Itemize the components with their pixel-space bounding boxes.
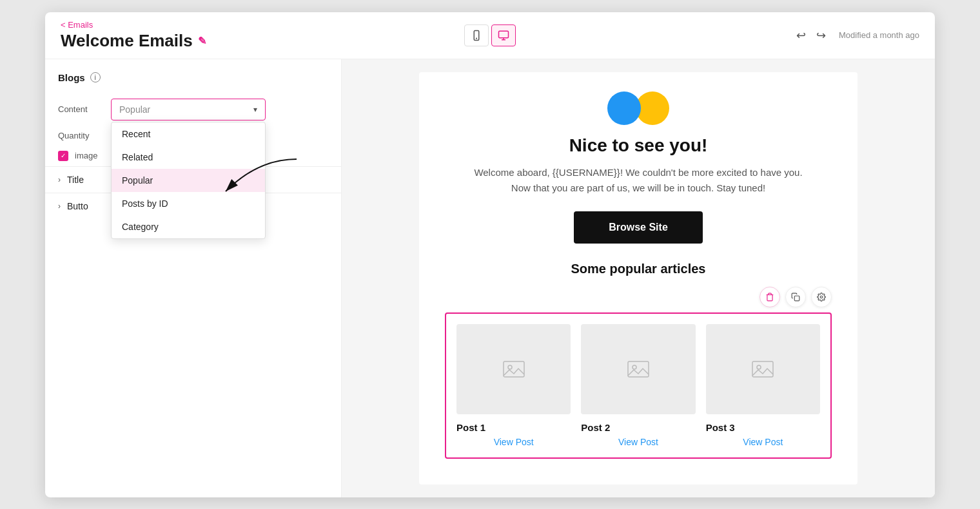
content-dropdown-menu: Recent Related Popular Posts by ID Categ… bbox=[111, 122, 266, 239]
svg-rect-10 bbox=[628, 361, 649, 377]
image-checkbox[interactable]: ✓ bbox=[58, 151, 68, 161]
quantity-label: Quantity bbox=[58, 131, 103, 140]
desktop-view-button[interactable] bbox=[491, 24, 516, 46]
svg-point-9 bbox=[508, 365, 512, 369]
email-preview: Nice to see you! Welcome aboard, {{USERN… bbox=[419, 72, 858, 485]
main-layout: Blogs i Content Popular ▾ Recent Related… bbox=[45, 59, 935, 497]
content-field-row: Content Popular ▾ Recent Related Popular… bbox=[45, 93, 341, 126]
dropdown-item-related[interactable]: Related bbox=[112, 146, 265, 169]
dropdown-selected-value: Popular bbox=[119, 104, 150, 115]
post-card-3: Post 3 View Post bbox=[706, 324, 820, 447]
settings-block-button[interactable] bbox=[811, 287, 832, 307]
mobile-view-button[interactable] bbox=[464, 24, 489, 46]
svg-point-11 bbox=[632, 365, 636, 369]
page-title-container: Welcome Emails ✎ bbox=[61, 31, 206, 51]
svg-rect-2 bbox=[499, 31, 509, 38]
undo-button[interactable]: ↩ bbox=[794, 27, 808, 44]
section-title-text: Blogs bbox=[58, 72, 85, 83]
back-link[interactable]: < Emails bbox=[61, 20, 206, 30]
articles-title: Some popular articles bbox=[445, 262, 832, 276]
post-3-link[interactable]: View Post bbox=[743, 437, 783, 447]
post-1-image bbox=[456, 324, 571, 414]
post-2-image bbox=[581, 324, 695, 414]
image-label: image bbox=[75, 151, 97, 160]
chevron-down-icon: ▾ bbox=[253, 105, 257, 114]
cards-toolbar bbox=[445, 287, 832, 307]
post-card-2: Post 2 View Post bbox=[581, 324, 695, 447]
svg-rect-6 bbox=[794, 296, 799, 301]
topbar: < Emails Welcome Emails ✎ ↩ ↪ Modified a… bbox=[45, 12, 935, 59]
content-label: Content bbox=[58, 104, 103, 114]
svg-rect-12 bbox=[752, 361, 773, 377]
posts-grid: Post 1 View Post Post 2 bbox=[456, 324, 820, 447]
app-window: < Emails Welcome Emails ✎ ↩ ↪ Modified a… bbox=[45, 12, 935, 497]
post-card-1: Post 1 View Post bbox=[456, 324, 571, 447]
button-accordion-label: Butto bbox=[67, 201, 88, 211]
email-preview-area: Nice to see you! Welcome aboard, {{USERN… bbox=[342, 59, 935, 497]
dropdown-item-popular[interactable]: Popular bbox=[112, 169, 265, 192]
delete-block-button[interactable] bbox=[760, 287, 780, 307]
modified-label: Modified a month ago bbox=[839, 30, 919, 40]
dropdown-item-category[interactable]: Category bbox=[112, 215, 265, 238]
edit-icon[interactable]: ✎ bbox=[198, 35, 206, 47]
post-1-title: Post 1 bbox=[456, 422, 485, 433]
browse-site-button[interactable]: Browse Site bbox=[574, 211, 703, 244]
email-logo bbox=[445, 91, 832, 125]
page-title: Welcome Emails bbox=[61, 31, 193, 51]
redo-button[interactable]: ↪ bbox=[814, 27, 828, 44]
svg-point-7 bbox=[820, 296, 823, 298]
chevron-right-icon: › bbox=[58, 175, 61, 184]
logo-circle-blue bbox=[607, 91, 641, 125]
posts-grid-wrapper: Post 1 View Post Post 2 bbox=[445, 312, 832, 459]
duplicate-block-button[interactable] bbox=[785, 287, 806, 307]
view-switcher bbox=[464, 24, 516, 46]
undo-redo-group: ↩ ↪ bbox=[794, 27, 828, 44]
svg-point-13 bbox=[757, 365, 761, 369]
content-dropdown-wrapper: Popular ▾ Recent Related Popular Posts b… bbox=[111, 99, 328, 120]
post-1-link[interactable]: View Post bbox=[494, 437, 534, 447]
post-2-link[interactable]: View Post bbox=[618, 437, 658, 447]
email-body-line2: Now that you are part of us, we will be … bbox=[445, 180, 832, 196]
info-icon[interactable]: i bbox=[90, 72, 101, 82]
email-body: Welcome aboard, {{USERNAME}}! We couldn'… bbox=[445, 165, 832, 196]
chevron-right-icon-2: › bbox=[58, 202, 61, 211]
title-accordion-label: Title bbox=[67, 175, 84, 185]
sidebar: Blogs i Content Popular ▾ Recent Related… bbox=[45, 59, 342, 497]
post-3-title: Post 3 bbox=[706, 422, 735, 433]
svg-rect-8 bbox=[504, 361, 524, 377]
content-dropdown[interactable]: Popular ▾ bbox=[111, 99, 266, 120]
email-body-line1: Welcome aboard, {{USERNAME}}! We couldn'… bbox=[445, 165, 832, 180]
sidebar-section-title: Blogs i bbox=[45, 72, 341, 93]
dropdown-item-recent[interactable]: Recent bbox=[112, 122, 265, 146]
topbar-right: ↩ ↪ Modified a month ago bbox=[794, 27, 919, 44]
email-greeting: Nice to see you! bbox=[445, 135, 832, 156]
post-3-image bbox=[706, 324, 820, 414]
topbar-left: < Emails Welcome Emails ✎ bbox=[61, 20, 206, 51]
dropdown-item-posts-by-id[interactable]: Posts by ID bbox=[112, 192, 265, 215]
post-2-title: Post 2 bbox=[581, 422, 610, 433]
